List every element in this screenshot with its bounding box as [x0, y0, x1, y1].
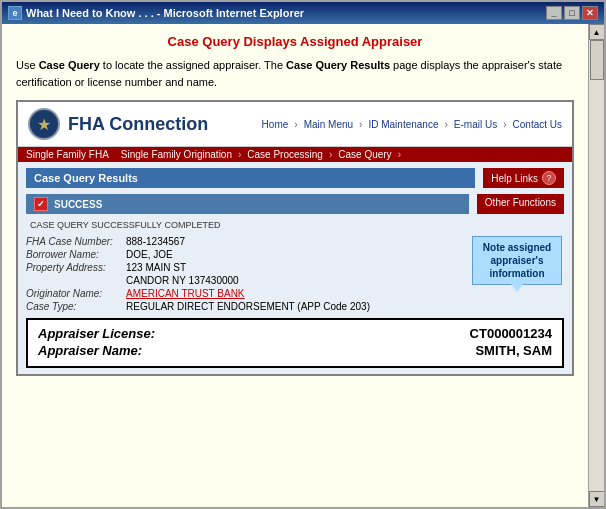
scroll-up-button[interactable]: ▲ [589, 24, 605, 40]
content-area: Case Query Displays Assigned Appraiser U… [2, 24, 604, 507]
field-value-case-type: REGULAR DIRECT ENDORSEMENT (APP Code 203… [126, 301, 370, 312]
ie-icon: e [8, 6, 22, 20]
main-content: Case Query Displays Assigned Appraiser U… [2, 24, 588, 507]
nav-email[interactable]: E-mail Us [454, 119, 497, 130]
breadcrumb-arrow1: › [238, 149, 241, 160]
appraiser-license-row: Appraiser License: CT000001234 [38, 326, 552, 341]
scrollbar[interactable]: ▲ ▼ [588, 24, 604, 507]
breadcrumb-arrow3: › [398, 149, 401, 160]
scroll-down-button[interactable]: ▼ [589, 491, 605, 507]
page-heading: Case Query Displays Assigned Appraiser [16, 34, 574, 49]
success-message: CASE QUERY SUCCESSFULLY COMPLETED [26, 218, 564, 232]
success-bar: ✓ SUCCESS [26, 194, 469, 214]
fha-breadcrumb-bar: Single Family FHA Single Family Originat… [18, 147, 572, 162]
fha-logo-circle: ★ [28, 108, 60, 140]
intro-text: Use Case Query to locate the assigned ap… [16, 57, 574, 90]
nav-contact[interactable]: Contact Us [513, 119, 562, 130]
appraiser-license-value: CT000001234 [470, 326, 552, 341]
appraiser-name-row: Appraiser Name: SMITH, SAM [38, 343, 552, 358]
help-links-box: Help Links ? [483, 168, 564, 188]
appraiser-license-label: Appraiser License: [38, 326, 155, 341]
help-links-label: Help Links [491, 173, 538, 184]
minimize-button[interactable]: _ [546, 6, 562, 20]
other-functions-box[interactable]: Other Functions [477, 194, 564, 214]
fha-title: FHA Connection [68, 114, 208, 135]
field-label-address2 [26, 275, 126, 286]
field-value-address1: 123 MAIN ST [126, 262, 186, 273]
case-details: FHA Case Number: 888-1234567 Borrower Na… [26, 236, 564, 314]
nav-id-maintenance[interactable]: ID Maintenance [368, 119, 438, 130]
field-value-case-number: 888-1234567 [126, 236, 185, 247]
title-bar-controls: _ □ ✕ [546, 6, 598, 20]
window-title: What I Need to Know . . . - Microsoft In… [26, 7, 304, 19]
fha-body: Case Query Results Help Links ? ✓ SUCCES… [18, 162, 572, 374]
field-value-address2: CANDOR NY 137430000 [126, 275, 239, 286]
fha-frame: ★ FHA Connection Home › Main Menu › ID M… [16, 100, 574, 376]
field-row-case-type: Case Type: REGULAR DIRECT ENDORSEMENT (A… [26, 301, 564, 312]
nav-sep-4: › [503, 119, 506, 130]
field-label-case-type: Case Type: [26, 301, 126, 312]
maximize-button[interactable]: □ [564, 6, 580, 20]
nav-sep-3: › [445, 119, 448, 130]
breadcrumb-arrow2: › [329, 149, 332, 160]
appraiser-name-value: SMITH, SAM [475, 343, 552, 358]
field-label-borrower: Borrower Name: [26, 249, 126, 260]
callout-bubble: Note assigned appraiser's information [472, 236, 562, 285]
fha-nav: Home › Main Menu › ID Maintenance › E-ma… [262, 119, 562, 130]
fha-top-nav: ★ FHA Connection Home › Main Menu › ID M… [18, 102, 572, 147]
appraiser-box: Appraiser License: CT000001234 Appraiser… [26, 318, 564, 368]
success-label: SUCCESS [54, 199, 102, 210]
nav-sep-2: › [359, 119, 362, 130]
field-value-borrower: DOE, JOE [126, 249, 173, 260]
check-icon: ✓ [34, 197, 48, 211]
title-bar: e What I Need to Know . . . - Microsoft … [2, 2, 604, 24]
scroll-track[interactable] [589, 40, 604, 491]
field-label-case-number: FHA Case Number: [26, 236, 126, 247]
success-row: ✓ SUCCESS Other Functions [26, 194, 564, 214]
nav-sep-1: › [294, 119, 297, 130]
results-header-row: Case Query Results Help Links ? [26, 168, 564, 188]
appraiser-name-label: Appraiser Name: [38, 343, 142, 358]
field-label-address: Property Address: [26, 262, 126, 273]
nav-main-menu[interactable]: Main Menu [304, 119, 353, 130]
field-label-originator: Originator Name: [26, 288, 126, 299]
title-bar-left: e What I Need to Know . . . - Microsoft … [8, 6, 304, 20]
breadcrumb-sfha[interactable]: Single Family FHA [26, 149, 109, 160]
field-row-originator: Originator Name: AMERICAN TRUST BANK [26, 288, 564, 299]
browser-window: e What I Need to Know . . . - Microsoft … [0, 0, 606, 509]
breadcrumb-sfo[interactable]: Single Family Origination [121, 149, 232, 160]
scroll-thumb[interactable] [590, 40, 604, 80]
results-title-box: Case Query Results [26, 168, 475, 188]
nav-home[interactable]: Home [262, 119, 289, 130]
breadcrumb-case-processing[interactable]: Case Processing [247, 149, 323, 160]
field-value-originator[interactable]: AMERICAN TRUST BANK [126, 288, 245, 299]
close-button[interactable]: ✕ [582, 6, 598, 20]
fha-logo-icon: ★ [37, 115, 51, 134]
help-icon[interactable]: ? [542, 171, 556, 185]
breadcrumb-case-query[interactable]: Case Query [338, 149, 391, 160]
